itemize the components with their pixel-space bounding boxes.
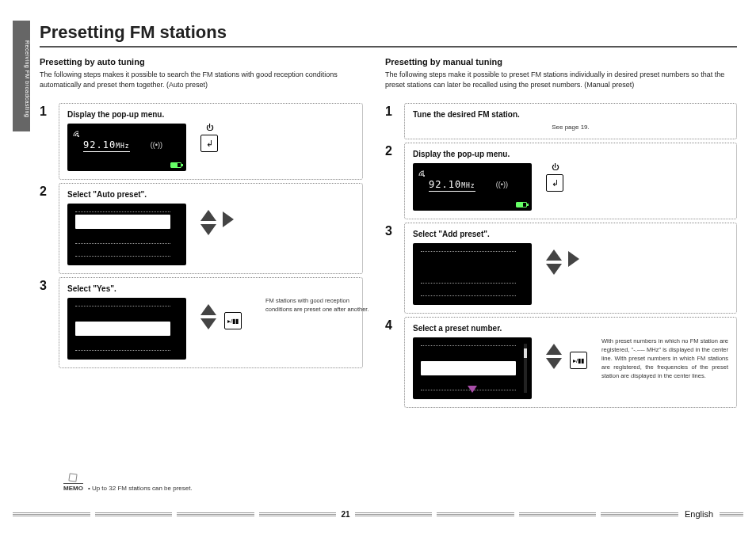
- left-step-2: 2 Select "Auto preset".: [40, 183, 363, 274]
- menu-screen: [413, 337, 532, 399]
- down-arrow-icon: [546, 358, 562, 369]
- step-title: Select "Add preset".: [413, 230, 728, 238]
- side-tab: Receiving FM broadcasting: [13, 21, 30, 131]
- right-step-4: 4 Select a preset number.: [385, 317, 737, 408]
- up-down-nav: [546, 249, 562, 275]
- svg-point-0: [78, 135, 79, 137]
- play-pause-button-icon: ▸/▮▮: [570, 352, 587, 369]
- right-step-2: 2 Display the pop-up menu. 92.10MHz ((•)…: [385, 143, 737, 219]
- memo-label: MEMO: [63, 483, 83, 492]
- page-number: 21: [336, 510, 354, 519]
- step-number: 3: [40, 277, 59, 293]
- step-number: 1: [385, 103, 404, 119]
- up-down-nav: [200, 304, 216, 329]
- language-label: English: [678, 509, 720, 519]
- right-arrow-icon: [223, 211, 234, 227]
- right-arrow-icon: [568, 251, 579, 267]
- up-down-nav: [200, 210, 216, 235]
- enter-button-icon: ↲: [200, 135, 218, 152]
- battery-icon: [170, 162, 181, 168]
- memo-flag-icon: [69, 473, 78, 482]
- power-icon: ⏻: [206, 124, 213, 131]
- left-subhead: Presetting by auto tuning: [40, 57, 363, 67]
- power-enter-group: ⏻ ↲: [200, 124, 218, 152]
- step-title: Tune the desired FM station.: [413, 110, 728, 119]
- see-page-ref: See page 19.: [413, 124, 728, 131]
- power-enter-group: ⏻ ↲: [546, 163, 563, 192]
- step-number: 4: [385, 317, 404, 333]
- enter-button-icon: ↲: [546, 174, 563, 192]
- memo-text: • Up to 32 FM stations can be preset.: [88, 485, 193, 492]
- down-arrow-icon: [546, 264, 562, 275]
- down-arrow-icon: [200, 224, 216, 235]
- down-arrow-icon: [200, 318, 216, 329]
- speaker-icon: ((•)): [151, 141, 162, 149]
- step-number: 2: [40, 183, 59, 199]
- left-step-3: 3 Select "Yes".: [40, 277, 363, 368]
- speaker-icon: ((•)): [496, 181, 508, 188]
- step-number: 3: [385, 223, 404, 238]
- battery-icon: [516, 202, 527, 207]
- up-down-nav: [546, 344, 562, 369]
- page-title: Presetting FM stations: [40, 22, 737, 48]
- step-note: FM stations with good reception conditio…: [265, 297, 376, 314]
- up-arrow-icon: [546, 249, 562, 261]
- footer: 21 English: [13, 509, 743, 519]
- frequency-display: 92.10MHz: [429, 179, 475, 192]
- step-title: Select "Yes".: [67, 284, 354, 293]
- menu-screen: [67, 204, 186, 265]
- up-arrow-icon: [200, 304, 216, 315]
- svg-point-1: [423, 175, 425, 177]
- menu-screen: [67, 298, 186, 360]
- signal-icon: [418, 166, 429, 174]
- step-number: 2: [385, 143, 404, 158]
- right-subhead: Presetting by manual tuning: [385, 57, 737, 67]
- device-screen: 92.10MHz ((•)): [413, 163, 532, 211]
- play-pause-button-icon: ▸/▮▮: [224, 312, 242, 329]
- left-column: Presetting by auto tuning The following …: [40, 57, 363, 411]
- step-note: With preset numbers in which no FM stati…: [601, 337, 728, 380]
- menu-screen: [413, 243, 532, 305]
- page-content: Presetting FM stations Presetting by aut…: [40, 22, 737, 411]
- left-step-1: 1 Display the pop-up menu. 92.10MHz ((•)…: [40, 103, 363, 180]
- step-title: Display the pop-up menu.: [67, 110, 354, 119]
- step-title: Select a preset number.: [413, 324, 728, 333]
- up-arrow-icon: [546, 344, 562, 355]
- frequency-display: 92.10MHz: [83, 139, 130, 152]
- up-arrow-icon: [200, 210, 216, 221]
- left-intro: The following steps makes it possible to…: [40, 70, 363, 90]
- step-title: Display the pop-up menu.: [413, 150, 728, 158]
- right-intro: The following steps make it possible to …: [385, 70, 737, 90]
- right-step-1: 1 Tune the desired FM station. See page …: [385, 103, 737, 139]
- scrollbar-icon: [524, 344, 527, 393]
- device-screen: 92.10MHz ((•)): [67, 124, 186, 171]
- memo-row: MEMO • Up to 32 FM stations can be prese…: [63, 474, 193, 492]
- down-arrow-small-icon: [468, 382, 477, 396]
- power-icon: ⏻: [552, 163, 559, 171]
- signal-icon: [72, 127, 83, 135]
- step-number: 1: [40, 103, 59, 119]
- right-step-3: 3 Select "Add preset".: [385, 223, 737, 314]
- step-title: Select "Auto preset".: [67, 190, 354, 199]
- right-column: Presetting by manual tuning The followin…: [385, 57, 737, 411]
